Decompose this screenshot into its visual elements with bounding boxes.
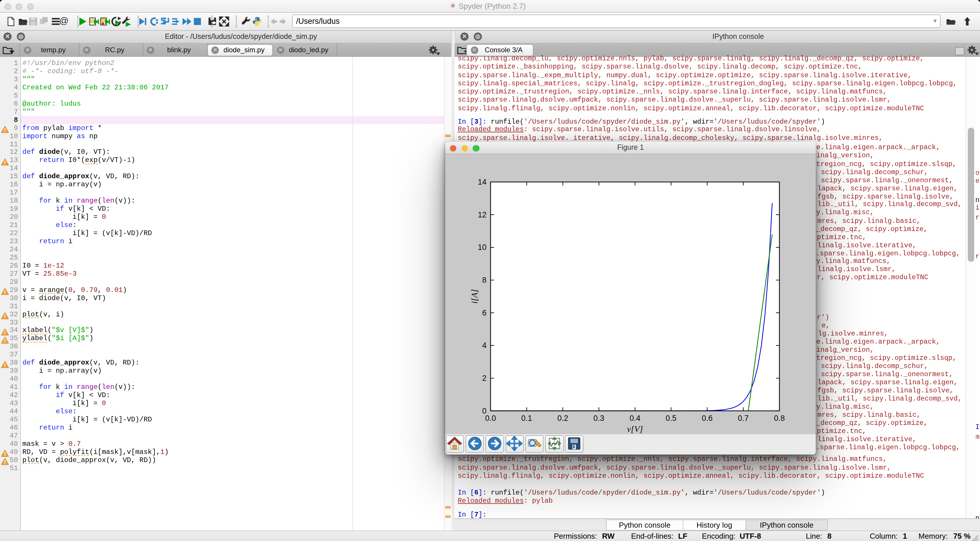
svg-text:0.7: 0.7: [738, 414, 749, 422]
svg-text:0.1: 0.1: [521, 414, 532, 422]
svg-text:v[V]: v[V]: [627, 424, 643, 433]
svg-text:6: 6: [482, 308, 487, 317]
svg-text:2: 2: [482, 374, 487, 382]
svg-text:12: 12: [478, 210, 487, 219]
svg-text:0.6: 0.6: [702, 414, 713, 422]
svg-text:0.4: 0.4: [630, 414, 641, 422]
svg-text:i[A]: i[A]: [469, 289, 479, 303]
svg-text:0.5: 0.5: [666, 414, 677, 422]
svg-text:4: 4: [482, 341, 487, 350]
svg-text:10: 10: [478, 243, 487, 251]
svg-text:0.0: 0.0: [485, 414, 496, 422]
svg-text:14: 14: [478, 177, 487, 186]
svg-text:0.2: 0.2: [557, 414, 568, 422]
svg-text:0.8: 0.8: [774, 414, 785, 422]
svg-text:0.3: 0.3: [593, 414, 605, 422]
svg-text:8: 8: [482, 275, 487, 284]
